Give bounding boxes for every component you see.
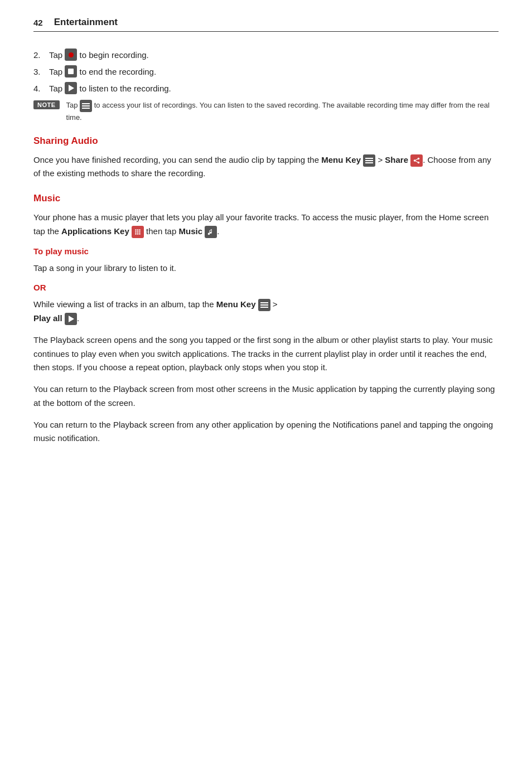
steps-list: 2. Tap to begin recording. 3. Tap to end…	[33, 49, 499, 94]
play-icon	[65, 82, 77, 94]
music-intro-text: Your phone has a music player that lets …	[33, 211, 499, 239]
svg-point-11	[135, 233, 137, 235]
page-title: Entertainment	[54, 17, 118, 28]
note-box: NOTE Tap to access your list of recordin…	[33, 100, 499, 123]
page-header: 42 Entertainment	[33, 17, 499, 32]
svg-line-3	[415, 158, 419, 161]
play-all-icon	[65, 313, 77, 325]
svg-line-4	[415, 161, 419, 163]
menu-key-icon	[363, 154, 375, 167]
svg-point-13	[139, 233, 141, 235]
play-all-label: Play all	[33, 313, 62, 323]
step-2: 2. Tap to begin recording.	[33, 49, 499, 61]
svg-point-8	[135, 231, 137, 233]
music-icon	[205, 226, 217, 238]
step-3-num: 3.	[33, 67, 49, 76]
svg-point-12	[137, 233, 139, 235]
step-4-num: 4.	[33, 84, 49, 93]
menu-key-icon-2	[258, 299, 270, 311]
to-play-music-heading: To play music	[33, 246, 499, 256]
step-2-text-before: Tap	[49, 50, 65, 60]
to-play-text2: While viewing a list of tracks in an alb…	[33, 298, 499, 326]
applications-key-label: Applications Key	[61, 226, 129, 236]
share-icon	[410, 154, 423, 167]
playback-para1: The Playback screen opens and the song y…	[33, 333, 499, 375]
svg-point-6	[137, 229, 139, 231]
steps-section: 2. Tap to begin recording. 3. Tap to end…	[33, 49, 499, 123]
share-label: Share	[385, 155, 408, 164]
step-4: 4. Tap to listen to the recording.	[33, 82, 499, 94]
svg-point-10	[139, 231, 141, 233]
page-number: 42	[33, 18, 43, 27]
music-label: Music	[178, 226, 202, 236]
to-play-text1: Tap a song in your library to listen to …	[33, 262, 499, 275]
svg-point-9	[137, 231, 139, 233]
note-text: Tap to access your list of recordings. Y…	[66, 100, 499, 123]
stop-icon	[65, 65, 77, 78]
menu-key-label-2: Menu Key	[216, 299, 256, 309]
step-2-text-after: to begin recording.	[77, 50, 148, 60]
menu-key-label: Menu Key	[321, 155, 361, 164]
playback-para3: You can return to the Playback screen fr…	[33, 418, 499, 446]
step-4-text-after: to listen to the recording.	[77, 84, 171, 93]
step-2-num: 2.	[33, 50, 49, 60]
step-3: 3. Tap to end the recording.	[33, 65, 499, 78]
sharing-audio-section: Sharing Audio Once you have finished rec…	[33, 135, 499, 181]
or-label: OR	[33, 283, 499, 292]
menu-icon-note	[80, 100, 92, 112]
to-play-music-section: To play music Tap a song in your library…	[33, 246, 499, 446]
step-4-text-before: Tap	[49, 84, 65, 93]
svg-point-5	[135, 229, 137, 231]
sharing-audio-text: Once you have finished recording, you ca…	[33, 153, 499, 181]
svg-point-7	[139, 229, 141, 231]
music-heading: Music	[33, 193, 499, 204]
applications-key-icon	[132, 226, 144, 238]
step-3-text-before: Tap	[49, 67, 65, 76]
page: 42 Entertainment 2. Tap to begin recordi…	[0, 0, 532, 765]
music-section: Music Your phone has a music player that…	[33, 193, 499, 446]
step-3-text-after: to end the recording.	[77, 67, 156, 76]
record-icon	[65, 49, 77, 61]
note-label: NOTE	[33, 100, 60, 109]
sharing-audio-heading: Sharing Audio	[33, 135, 499, 147]
playback-para2: You can return to the Playback screen fr…	[33, 382, 499, 410]
